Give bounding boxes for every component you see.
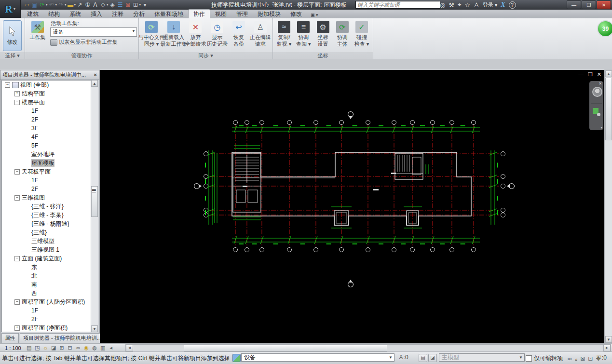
tree-item[interactable]: 2F: [2, 185, 98, 193]
user-icon[interactable]: ♙: [474, 1, 479, 9]
sun-path-icon[interactable]: ☼: [41, 345, 50, 351]
select-links-icon[interactable]: ⟓: [575, 355, 578, 362]
tree-item[interactable]: 屋面楼板: [2, 159, 98, 167]
tree-item[interactable]: 2F: [2, 115, 98, 124]
copy-monitor-button[interactable]: ≈复制/监视 ▾: [274, 20, 294, 47]
qat-customize-icon[interactable]: ▾: [141, 1, 149, 9]
switch-windows-icon[interactable]: ⊞: [132, 1, 139, 9]
temporary-hide-isolate-icon[interactable]: ∞: [74, 345, 82, 351]
search-icon[interactable]: ◎: [440, 1, 445, 9]
overlay-notification-badge[interactable]: 39: [597, 20, 612, 37]
text-icon[interactable]: A: [92, 1, 99, 9]
scroll-left-icon[interactable]: ◄: [126, 345, 133, 351]
restore-button[interactable]: ❐: [582, 0, 596, 9]
detail-level-icon[interactable]: ▤: [25, 345, 33, 351]
editing-requests-button[interactable]: ♙正在编辑请求: [249, 20, 271, 47]
redo-icon[interactable]: ↷: [57, 1, 65, 9]
tree-item[interactable]: {三维 - 李杲}: [2, 211, 98, 219]
scrollbar-thumb[interactable]: [605, 78, 612, 140]
scroll-up-icon[interactable]: ▲: [91, 80, 98, 87]
coordination-review-button[interactable]: ≡协调查阅 ▾: [294, 20, 313, 47]
crop-view-icon[interactable]: ⊞: [58, 345, 66, 351]
temporary-view-properties-icon[interactable]: ▥: [99, 345, 107, 351]
chevron-down-icon[interactable]: ▾: [46, 3, 48, 7]
tree-item[interactable]: −面积平面 (人防分区面积): [2, 297, 98, 306]
help-icon[interactable]: ?: [509, 1, 516, 9]
scroll-down-icon[interactable]: ▼: [91, 325, 98, 332]
favorites-icon[interactable]: ☆: [464, 1, 470, 9]
communication-center-icon[interactable]: ⌖: [458, 1, 461, 9]
collapse-icon[interactable]: −: [14, 299, 20, 305]
checkbox-icon[interactable]: [526, 355, 532, 362]
collapse-icon[interactable]: ◂: [107, 345, 115, 351]
view-close-icon[interactable]: ✕: [597, 71, 601, 78]
editable-only-checkbox[interactable]: 仅可编辑项 ∞⟓⊠⊡✥: [526, 354, 600, 363]
chevron-down-icon[interactable]: ▾: [65, 3, 67, 7]
scrollbar-thumb[interactable]: [184, 345, 387, 351]
chevron-down-icon[interactable]: ▾: [107, 3, 109, 7]
tree-item[interactable]: 1F: [2, 107, 98, 115]
undo-icon[interactable]: ↶: [48, 1, 55, 9]
tree-item[interactable]: 西: [2, 289, 98, 297]
filter-button[interactable]: ▽ :0: [597, 354, 607, 361]
view-restore-icon[interactable]: ❐: [588, 71, 593, 78]
tab-结构[interactable]: 结构: [43, 10, 65, 18]
collapse-icon[interactable]: −: [5, 82, 10, 88]
reveal-hidden-elements-icon[interactable]: ◉: [82, 345, 91, 351]
tab-分析[interactable]: 分析: [128, 10, 150, 18]
tree-item[interactable]: {三维 - 杨雨迪}: [2, 219, 98, 228]
modify-button[interactable]: 修改: [3, 20, 22, 51]
interference-check-button[interactable]: ✓碰撞检查 ▾: [352, 20, 371, 47]
tag-icon[interactable]: ①: [84, 1, 91, 9]
design-options-icon[interactable]: ▤: [419, 354, 427, 362]
tab-注释[interactable]: 注释: [107, 10, 128, 18]
default-3d-view-icon[interactable]: ◇: [99, 1, 107, 9]
project-browser-titlebar[interactable]: 项目浏览器 - 技师学院机电培训中... ✕: [0, 70, 99, 80]
view-scale-button[interactable]: 1 : 100: [5, 345, 21, 351]
canvas-vertical-scrollbar[interactable]: ▲ ▼: [604, 70, 612, 343]
tree-item[interactable]: −三维视图: [2, 193, 98, 202]
tab-系统[interactable]: 系统: [65, 10, 86, 18]
tree-item[interactable]: −天花板平面: [2, 167, 98, 176]
worksharing-display-icon[interactable]: ◍: [91, 345, 99, 351]
collapse-icon[interactable]: −: [14, 100, 20, 105]
login-button[interactable]: 登录 ▾: [483, 1, 498, 9]
tab-协作[interactable]: 协作: [188, 9, 210, 18]
tab-管理[interactable]: 管理: [231, 10, 253, 18]
close-icon[interactable]: ✕: [94, 72, 97, 78]
application-menu-button[interactable]: R▾: [0, 0, 21, 18]
coordination-settings-button[interactable]: ⚙坐标设置: [313, 20, 332, 47]
scroll-down-icon[interactable]: ▼: [605, 336, 612, 343]
collapse-icon[interactable]: −: [14, 256, 20, 261]
tab-插入[interactable]: 插入: [86, 10, 107, 18]
scroll-up-icon[interactable]: ▲: [605, 70, 612, 77]
tab-视图[interactable]: 视图: [210, 10, 231, 18]
shadows-icon[interactable]: ◪: [50, 345, 58, 351]
tree-item[interactable]: 4F: [2, 133, 98, 141]
tree-item[interactable]: 5F: [2, 141, 98, 150]
tree-item[interactable]: 南: [2, 280, 98, 289]
drawing-area[interactable]: —❐✕ ✕ ▾: [100, 70, 604, 343]
ribbon-state-toggle-icon[interactable]: ▣ ▾: [311, 13, 318, 18]
press-drag-icon[interactable]: ∞: [568, 355, 572, 362]
close-hidden-windows-icon[interactable]: ⊠: [124, 1, 132, 9]
restore-backup-button[interactable]: ↩恢复备份: [228, 20, 250, 47]
tree-item[interactable]: 东: [2, 263, 98, 271]
tab-体量和场地[interactable]: 体量和场地: [150, 10, 188, 18]
tree-item[interactable]: 1F: [2, 176, 98, 185]
subscription-icon[interactable]: ⚒: [449, 1, 454, 9]
tree-item[interactable]: 三维模型: [2, 237, 98, 245]
tree-item[interactable]: 3F: [2, 124, 98, 133]
coordination-host-button[interactable]: ⟳协调主体: [333, 20, 352, 47]
chevron-down-icon[interactable]: ▾: [139, 3, 141, 7]
gray-inactive-worksets-toggle[interactable]: 以灰色显示非活动工作集: [50, 39, 137, 46]
open-icon[interactable]: ▱: [23, 1, 30, 9]
sync-with-central-button[interactable]: ⟳与中心文件同步 ▾: [140, 20, 163, 47]
tree-item[interactable]: −立面 (建筑立面): [2, 254, 98, 263]
show-history-button[interactable]: ◷显示历史记录: [206, 20, 228, 47]
tab-建筑[interactable]: 建筑: [22, 10, 43, 18]
tree-item[interactable]: {三维 - 张洋}: [2, 202, 98, 211]
save-icon[interactable]: ▣: [31, 1, 38, 9]
expand-icon[interactable]: +: [14, 325, 20, 331]
add-to-set-icon[interactable]: ◪: [428, 354, 437, 362]
